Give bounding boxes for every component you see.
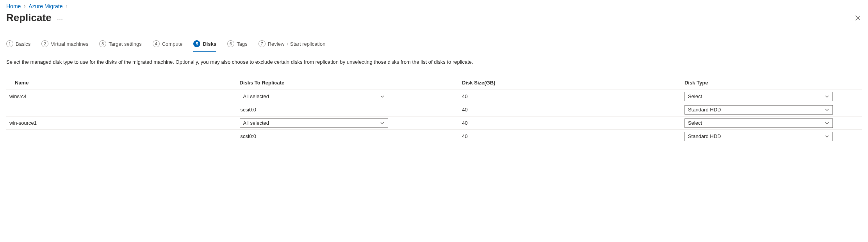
chevron-down-icon (825, 134, 829, 139)
chevron-down-icon (380, 94, 385, 99)
cell-vm-name: winsrc4 (6, 90, 237, 103)
tab-review[interactable]: 7 Review + Start replication (258, 40, 326, 51)
section-description: Select the managed disk type to use for … (6, 59, 862, 65)
disk-type-select[interactable]: Select (684, 92, 833, 101)
select-value: All selected (243, 120, 269, 126)
wizard-tabs: 1 Basics 2 Virtual machines 3 Target set… (6, 40, 862, 51)
table-row: win-source1 All selected 40 Select (6, 117, 862, 130)
cell-disk-size: 40 (460, 103, 682, 117)
title-bar: Replicate … (6, 12, 862, 24)
breadcrumb: Home › Azure Migrate › (6, 3, 862, 9)
step-number: 5 (193, 40, 200, 47)
disk-type-select[interactable]: Standard HDD (684, 132, 833, 141)
chevron-down-icon (825, 94, 829, 99)
page-title: Replicate (6, 12, 52, 24)
breadcrumb-link-home[interactable]: Home (6, 3, 21, 9)
tab-compute[interactable]: 4 Compute (153, 40, 183, 51)
tab-basics[interactable]: 1 Basics (6, 40, 30, 51)
tab-label: Target settings (109, 41, 142, 47)
disks-to-replicate-select[interactable]: All selected (240, 118, 388, 128)
step-number: 1 (6, 40, 13, 47)
cell-disk-size: 40 (460, 90, 682, 103)
tab-label: Tags (237, 41, 247, 47)
select-value: Select (688, 120, 702, 126)
chevron-down-icon (825, 121, 829, 125)
breadcrumb-link-azure-migrate[interactable]: Azure Migrate (29, 3, 62, 9)
close-icon (855, 15, 861, 21)
cell-vm-name: win-source1 (6, 117, 237, 130)
disks-table: Name Disks To Replicate Disk Size(GB) Di… (6, 76, 862, 143)
tab-disks[interactable]: 5 Disks (193, 40, 216, 51)
table-row: scsi0:0 40 Standard HDD (6, 103, 862, 117)
close-button[interactable] (854, 14, 862, 22)
select-value: Select (688, 93, 702, 99)
cell-disk-size: 40 (460, 130, 682, 143)
table-header-row: Name Disks To Replicate Disk Size(GB) Di… (6, 76, 862, 90)
table-row: winsrc4 All selected 40 Select (6, 90, 862, 103)
tab-label: Basics (16, 41, 30, 47)
tab-label: Review + Start replication (268, 41, 326, 47)
step-number: 4 (153, 40, 160, 47)
step-number: 6 (227, 40, 234, 47)
tab-label: Disks (203, 41, 216, 47)
tab-virtual-machines[interactable]: 2 Virtual machines (41, 40, 88, 51)
cell-disk-id: scsi0:0 (237, 103, 460, 117)
step-number: 2 (41, 40, 48, 47)
chevron-down-icon (825, 108, 829, 112)
chevron-right-icon: › (66, 4, 68, 9)
disk-type-select[interactable]: Standard HDD (684, 105, 833, 115)
more-actions-icon[interactable]: … (57, 14, 64, 22)
disk-type-select[interactable]: Select (684, 118, 833, 128)
tab-label: Compute (162, 41, 183, 47)
select-value: Standard HDD (688, 133, 721, 139)
chevron-right-icon: › (24, 4, 25, 9)
cell-empty (6, 130, 237, 143)
cell-disk-size: 40 (460, 117, 682, 130)
col-header-name: Name (6, 76, 237, 90)
step-number: 3 (99, 40, 106, 47)
cell-empty (6, 103, 237, 117)
tab-label: Virtual machines (51, 41, 88, 47)
step-number: 7 (258, 40, 266, 47)
select-value: Standard HDD (688, 107, 721, 113)
col-header-type: Disk Type (682, 76, 862, 90)
tab-target-settings[interactable]: 3 Target settings (99, 40, 142, 51)
chevron-down-icon (380, 121, 385, 125)
cell-disk-id: scsi0:0 (237, 130, 460, 143)
col-header-size: Disk Size(GB) (460, 76, 682, 90)
col-header-disks: Disks To Replicate (237, 76, 460, 90)
tab-tags[interactable]: 6 Tags (227, 40, 247, 51)
disks-to-replicate-select[interactable]: All selected (240, 92, 388, 101)
select-value: All selected (243, 93, 269, 99)
table-row: scsi0:0 40 Standard HDD (6, 130, 862, 143)
